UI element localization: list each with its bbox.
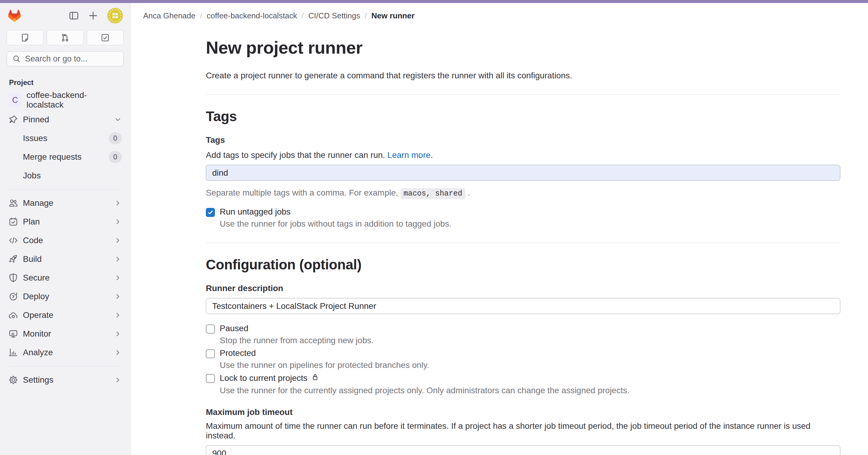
paused-checkbox-row: Paused Stop the runner from accepting ne… <box>206 324 840 345</box>
sidebar-item-pinned[interactable]: Pinned <box>4 111 127 128</box>
max-job-timeout-label: Maximum job timeout <box>206 408 840 417</box>
shortcut-merge-requests-button[interactable] <box>47 30 84 45</box>
sidebar-item-analyze[interactable]: Analyze <box>4 344 127 361</box>
sidebar-item-label: Monitor <box>23 329 51 339</box>
checkbox-help: Use the runner for the currently assigne… <box>220 386 629 395</box>
chart-icon <box>8 348 18 357</box>
sidebar-item-label: Plan <box>23 217 40 227</box>
lock-to-projects-checkbox-row: Lock to current projects Use the runner … <box>206 373 840 395</box>
checkbox-label[interactable]: Lock to current projects <box>220 373 629 383</box>
shortcut-todos-button[interactable] <box>87 30 124 45</box>
tags-input[interactable] <box>206 165 840 181</box>
sidebar-item-project[interactable]: C coffee-backend-localstack <box>4 90 127 110</box>
pin-icon <box>8 115 18 125</box>
gear-icon <box>8 375 18 385</box>
section-divider <box>206 242 840 243</box>
main-content: Anca Ghenade / coffee-backend-localstack… <box>130 3 868 455</box>
project-avatar: C <box>8 93 22 107</box>
todo-check-icon <box>101 33 110 42</box>
paused-checkbox[interactable] <box>206 325 215 333</box>
sidebar-item-secure[interactable]: Secure <box>4 269 127 287</box>
checkbox-help: Use the runner for jobs without tags in … <box>220 219 452 229</box>
chevron-right-icon <box>114 349 122 356</box>
sidebar-item-label: Issues <box>23 133 47 143</box>
chevron-down-icon <box>114 116 122 124</box>
shortcut-issues-button[interactable] <box>7 30 43 45</box>
run-untagged-jobs-checkbox[interactable] <box>206 208 215 217</box>
window-top-strip <box>0 0 868 3</box>
page-title: New project runner <box>206 37 840 58</box>
sidebar-item-label: Jobs <box>23 171 41 181</box>
search-input[interactable]: Search or go to... <box>7 51 124 66</box>
tags-section-heading: Tags <box>206 108 840 125</box>
breadcrumb-project[interactable]: coffee-backend-localstack <box>207 11 297 21</box>
tags-help-suffix: . <box>431 150 433 160</box>
sidebar-item-manage[interactable]: Manage <box>4 194 127 212</box>
checkbox-help: Use the runner on pipelines for protecte… <box>220 360 429 370</box>
create-new-plus-icon[interactable] <box>88 10 98 21</box>
sidebar-divider <box>9 366 121 366</box>
calendar-icon <box>8 217 18 227</box>
tags-field-label: Tags <box>206 135 840 145</box>
search-placeholder: Search or go to... <box>25 54 87 64</box>
chevron-right-icon <box>114 311 122 319</box>
checkbox-label[interactable]: Protected <box>220 348 429 358</box>
breadcrumb-cicd-settings[interactable]: CI/CD Settings <box>308 11 360 21</box>
deploy-icon <box>8 292 18 301</box>
max-job-timeout-help: Maximum amount of time the runner can ru… <box>206 421 840 441</box>
sidebar-item-label: Deploy <box>23 292 49 301</box>
breadcrumb-user[interactable]: Anca Ghenade <box>143 11 195 21</box>
breadcrumb-current: New runner <box>371 11 414 21</box>
merge-requests-count-badge: 0 <box>109 151 122 163</box>
sidebar-item-label: Analyze <box>23 348 53 357</box>
cloud-pod-icon <box>8 311 18 320</box>
user-avatar[interactable] <box>107 8 123 24</box>
sidebar-item-operate[interactable]: Operate <box>4 306 127 324</box>
runner-description-label: Runner description <box>206 284 840 293</box>
sidebar-item-issues[interactable]: Issues 0 <box>4 130 127 147</box>
breadcrumb-separator: / <box>200 11 202 21</box>
sidebar-item-code[interactable]: Code <box>4 232 127 249</box>
search-icon <box>12 55 21 63</box>
tags-hint: Separate multiple tags with a comma. For… <box>206 188 840 198</box>
gitlab-logo[interactable] <box>7 8 22 23</box>
sidebar-item-label: Code <box>23 236 43 245</box>
runner-description-input[interactable] <box>206 298 840 314</box>
tags-hint-prefix: Separate multiple tags with a comma. For… <box>206 188 401 197</box>
checkbox-label[interactable]: Paused <box>220 324 374 333</box>
chevron-right-icon <box>114 376 122 384</box>
chevron-right-icon <box>114 330 122 338</box>
sidebar-item-build[interactable]: Build <box>4 250 127 268</box>
sidebar-nav: C coffee-backend-localstack Pinned Issue… <box>0 89 130 389</box>
sidebar-item-monitor[interactable]: Monitor <box>4 325 127 343</box>
issues-doc-icon <box>21 33 30 42</box>
monitor-icon <box>8 329 18 339</box>
sidebar-item-deploy[interactable]: Deploy <box>4 288 127 305</box>
configuration-section-heading: Configuration (optional) <box>206 256 840 273</box>
users-icon <box>8 198 18 208</box>
tags-help-text: Add tags to specify jobs that the runner… <box>206 150 385 160</box>
code-icon <box>8 236 18 245</box>
merge-request-icon <box>61 33 70 42</box>
sidebar-item-merge-requests[interactable]: Merge requests 0 <box>4 148 127 166</box>
section-divider <box>206 94 840 95</box>
run-untagged-jobs-checkbox-row: Run untagged jobs Use the runner for job… <box>206 207 840 229</box>
rocket-icon <box>8 254 18 264</box>
page-subtitle: Create a project runner to generate a co… <box>206 71 840 80</box>
max-job-timeout-input[interactable] <box>206 445 840 455</box>
sidebar-item-plan[interactable]: Plan <box>4 213 127 230</box>
sidebar-toggle-icon[interactable] <box>69 10 79 21</box>
sidebar-item-settings[interactable]: Settings <box>4 371 127 389</box>
chevron-right-icon <box>114 255 122 263</box>
learn-more-link[interactable]: Learn more <box>387 150 430 160</box>
checkbox-label[interactable]: Run untagged jobs <box>220 207 452 217</box>
lock-label-text: Lock to current projects <box>220 373 307 383</box>
sidebar-item-jobs[interactable]: Jobs <box>4 167 127 185</box>
sidebar-item-label: Merge requests <box>23 152 82 162</box>
lock-to-projects-checkbox[interactable] <box>206 374 215 383</box>
protected-checkbox[interactable] <box>206 349 215 358</box>
sidebar-divider <box>9 189 121 190</box>
sidebar-item-label: Operate <box>23 311 53 320</box>
tags-hint-suffix: . <box>468 188 470 197</box>
lock-icon <box>311 373 319 383</box>
